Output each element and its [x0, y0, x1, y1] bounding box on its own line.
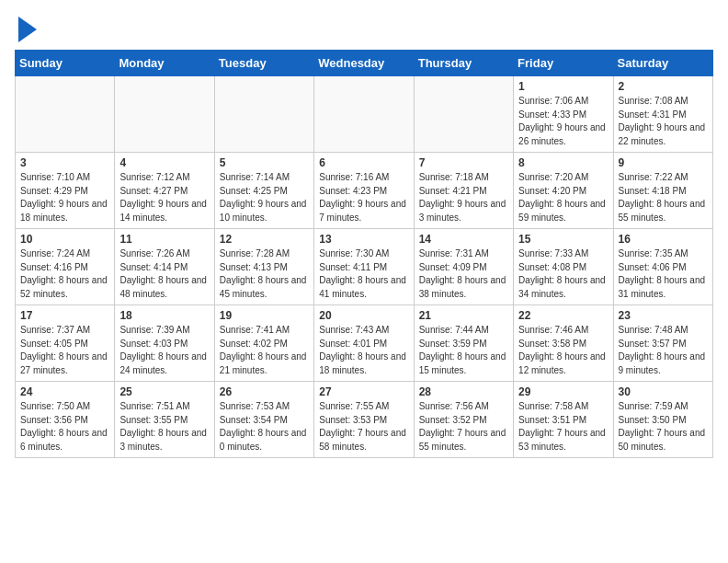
- day-info: Sunrise: 7:24 AM Sunset: 4:16 PM Dayligh…: [20, 247, 109, 301]
- calendar-cell: 25Sunrise: 7:51 AM Sunset: 3:55 PM Dayli…: [115, 382, 214, 458]
- calendar-cell: 27Sunrise: 7:55 AM Sunset: 3:53 PM Dayli…: [314, 382, 414, 458]
- calendar-cell: 8Sunrise: 7:20 AM Sunset: 4:20 PM Daylig…: [514, 153, 613, 229]
- day-info: Sunrise: 7:50 AM Sunset: 3:56 PM Dayligh…: [20, 400, 109, 454]
- day-info: Sunrise: 7:26 AM Sunset: 4:14 PM Dayligh…: [119, 247, 209, 301]
- day-info: Sunrise: 7:12 AM Sunset: 4:27 PM Dayligh…: [119, 171, 209, 224]
- calendar-cell: 17Sunrise: 7:37 AM Sunset: 4:05 PM Dayli…: [16, 305, 115, 382]
- day-info: Sunrise: 7:43 AM Sunset: 4:01 PM Dayligh…: [319, 324, 408, 377]
- calendar-cell: [314, 76, 414, 153]
- calendar-cell: 1Sunrise: 7:06 AM Sunset: 4:33 PM Daylig…: [514, 76, 613, 153]
- day-number: 23: [619, 309, 708, 322]
- day-number: 30: [619, 385, 708, 398]
- calendar-cell: 13Sunrise: 7:30 AM Sunset: 4:11 PM Dayli…: [314, 229, 414, 305]
- calendar-cell: 11Sunrise: 7:26 AM Sunset: 4:14 PM Dayli…: [115, 229, 214, 305]
- day-info: Sunrise: 7:48 AM Sunset: 3:57 PM Dayligh…: [619, 324, 708, 377]
- calendar-cell: 9Sunrise: 7:22 AM Sunset: 4:18 PM Daylig…: [613, 153, 712, 229]
- day-number: 9: [619, 156, 708, 169]
- calendar-cell: 12Sunrise: 7:28 AM Sunset: 4:13 PM Dayli…: [214, 229, 313, 305]
- calendar-cell: [214, 76, 313, 153]
- day-number: 25: [119, 385, 209, 398]
- day-info: Sunrise: 7:35 AM Sunset: 4:06 PM Dayligh…: [619, 247, 708, 301]
- calendar-header-friday: Friday: [514, 51, 613, 76]
- day-number: 29: [518, 385, 608, 398]
- calendar-week-5: 24Sunrise: 7:50 AM Sunset: 3:56 PM Dayli…: [16, 382, 713, 458]
- logo-arrow-icon: [18, 17, 37, 42]
- calendar-cell: 2Sunrise: 7:08 AM Sunset: 4:31 PM Daylig…: [613, 76, 712, 153]
- day-info: Sunrise: 7:31 AM Sunset: 4:09 PM Dayligh…: [419, 247, 508, 301]
- day-number: 5: [220, 156, 309, 169]
- day-number: 11: [119, 233, 209, 246]
- calendar-cell: 14Sunrise: 7:31 AM Sunset: 4:09 PM Dayli…: [414, 229, 513, 305]
- logo: [15, 15, 37, 42]
- calendar-cell: 21Sunrise: 7:44 AM Sunset: 3:59 PM Dayli…: [414, 305, 513, 382]
- calendar-cell: 15Sunrise: 7:33 AM Sunset: 4:08 PM Dayli…: [514, 229, 613, 305]
- day-info: Sunrise: 7:58 AM Sunset: 3:51 PM Dayligh…: [518, 400, 608, 454]
- calendar-cell: 19Sunrise: 7:41 AM Sunset: 4:02 PM Dayli…: [214, 305, 313, 382]
- day-info: Sunrise: 7:41 AM Sunset: 4:02 PM Dayligh…: [220, 324, 309, 377]
- calendar-cell: [115, 76, 214, 153]
- day-number: 21: [419, 309, 508, 322]
- day-info: Sunrise: 7:51 AM Sunset: 3:55 PM Dayligh…: [119, 400, 209, 454]
- calendar-header-sunday: Sunday: [16, 51, 115, 76]
- day-info: Sunrise: 7:53 AM Sunset: 3:54 PM Dayligh…: [220, 400, 309, 454]
- day-number: 27: [319, 385, 408, 398]
- calendar-week-3: 10Sunrise: 7:24 AM Sunset: 4:16 PM Dayli…: [16, 229, 713, 305]
- day-number: 17: [20, 309, 109, 322]
- day-info: Sunrise: 7:18 AM Sunset: 4:21 PM Dayligh…: [419, 171, 508, 224]
- day-number: 8: [518, 156, 608, 169]
- day-number: 22: [518, 309, 608, 322]
- day-info: Sunrise: 7:37 AM Sunset: 4:05 PM Dayligh…: [20, 324, 109, 377]
- day-number: 13: [319, 233, 408, 246]
- calendar-week-2: 3Sunrise: 7:10 AM Sunset: 4:29 PM Daylig…: [16, 153, 713, 229]
- day-number: 4: [119, 156, 209, 169]
- day-info: Sunrise: 7:30 AM Sunset: 4:11 PM Dayligh…: [319, 247, 408, 301]
- calendar-header-wednesday: Wednesday: [314, 51, 414, 76]
- calendar-cell: [414, 76, 513, 153]
- calendar-cell: 20Sunrise: 7:43 AM Sunset: 4:01 PM Dayli…: [314, 305, 414, 382]
- calendar-header-tuesday: Tuesday: [214, 51, 313, 76]
- day-number: 15: [518, 233, 608, 246]
- day-number: 10: [20, 233, 109, 246]
- day-number: 28: [419, 385, 508, 398]
- calendar-cell: 5Sunrise: 7:14 AM Sunset: 4:25 PM Daylig…: [214, 153, 313, 229]
- day-info: Sunrise: 7:08 AM Sunset: 4:31 PM Dayligh…: [619, 95, 708, 148]
- calendar-cell: 24Sunrise: 7:50 AM Sunset: 3:56 PM Dayli…: [16, 382, 115, 458]
- calendar-header-row: SundayMondayTuesdayWednesdayThursdayFrid…: [16, 51, 713, 76]
- day-info: Sunrise: 7:10 AM Sunset: 4:29 PM Dayligh…: [20, 171, 109, 224]
- calendar-week-1: 1Sunrise: 7:06 AM Sunset: 4:33 PM Daylig…: [16, 76, 713, 153]
- calendar-cell: [16, 76, 115, 153]
- calendar-cell: 7Sunrise: 7:18 AM Sunset: 4:21 PM Daylig…: [414, 153, 513, 229]
- day-number: 20: [319, 309, 408, 322]
- calendar-cell: 3Sunrise: 7:10 AM Sunset: 4:29 PM Daylig…: [16, 153, 115, 229]
- calendar-cell: 4Sunrise: 7:12 AM Sunset: 4:27 PM Daylig…: [115, 153, 214, 229]
- day-info: Sunrise: 7:39 AM Sunset: 4:03 PM Dayligh…: [119, 324, 209, 377]
- day-number: 16: [619, 233, 708, 246]
- calendar-cell: 10Sunrise: 7:24 AM Sunset: 4:16 PM Dayli…: [16, 229, 115, 305]
- day-number: 7: [419, 156, 508, 169]
- day-info: Sunrise: 7:56 AM Sunset: 3:52 PM Dayligh…: [419, 400, 508, 454]
- calendar-cell: 26Sunrise: 7:53 AM Sunset: 3:54 PM Dayli…: [214, 382, 313, 458]
- day-info: Sunrise: 7:55 AM Sunset: 3:53 PM Dayligh…: [319, 400, 408, 454]
- day-info: Sunrise: 7:06 AM Sunset: 4:33 PM Dayligh…: [518, 95, 608, 148]
- day-number: 2: [619, 80, 708, 93]
- day-info: Sunrise: 7:16 AM Sunset: 4:23 PM Dayligh…: [319, 171, 408, 224]
- day-info: Sunrise: 7:46 AM Sunset: 3:58 PM Dayligh…: [518, 324, 608, 377]
- day-number: 1: [518, 80, 608, 93]
- day-number: 14: [419, 233, 508, 246]
- calendar-cell: 6Sunrise: 7:16 AM Sunset: 4:23 PM Daylig…: [314, 153, 414, 229]
- day-info: Sunrise: 7:20 AM Sunset: 4:20 PM Dayligh…: [518, 171, 608, 224]
- calendar-cell: 23Sunrise: 7:48 AM Sunset: 3:57 PM Dayli…: [613, 305, 712, 382]
- calendar-week-4: 17Sunrise: 7:37 AM Sunset: 4:05 PM Dayli…: [16, 305, 713, 382]
- calendar-cell: 18Sunrise: 7:39 AM Sunset: 4:03 PM Dayli…: [115, 305, 214, 382]
- day-info: Sunrise: 7:28 AM Sunset: 4:13 PM Dayligh…: [220, 247, 309, 301]
- day-number: 18: [119, 309, 209, 322]
- calendar-header-thursday: Thursday: [414, 51, 513, 76]
- calendar-header-saturday: Saturday: [613, 51, 712, 76]
- calendar-header-monday: Monday: [115, 51, 214, 76]
- day-info: Sunrise: 7:33 AM Sunset: 4:08 PM Dayligh…: [518, 247, 608, 301]
- day-number: 12: [220, 233, 309, 246]
- day-info: Sunrise: 7:44 AM Sunset: 3:59 PM Dayligh…: [419, 324, 508, 377]
- day-number: 26: [220, 385, 309, 398]
- page-header: [15, 15, 713, 42]
- calendar-cell: 16Sunrise: 7:35 AM Sunset: 4:06 PM Dayli…: [613, 229, 712, 305]
